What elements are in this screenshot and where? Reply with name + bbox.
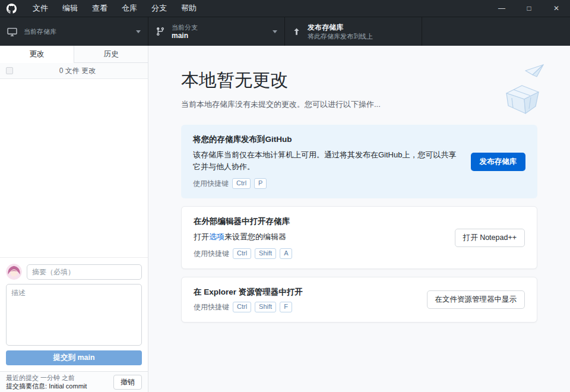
sidebar-tabs: 更改 历史 (0, 46, 148, 63)
kbd-key: Ctrl (232, 178, 251, 189)
page-subtitle: 当前本地存储库没有未提交的更改。您可以进行以下操作... (181, 99, 537, 110)
changed-files-list[interactable] (0, 79, 148, 257)
menu-file[interactable]: 文件 (26, 0, 55, 17)
open-notepad-button[interactable]: 打开 Notepad++ (455, 229, 525, 247)
maximize-button[interactable]: □ (515, 0, 543, 17)
recent-commit-footer: 最近的提交 一分钟 之前 提交摘要信息: Initial commit 撤销 (0, 371, 148, 392)
menu-help[interactable]: 帮助 (174, 0, 204, 17)
current-repository-dropdown[interactable]: 当前存储库 (0, 17, 148, 46)
menu-view[interactable]: 查看 (85, 0, 115, 17)
toolbar: 当前存储库 当前分支 main 发布存储库 (0, 17, 570, 46)
github-logo-icon (5, 2, 17, 14)
menu-branch[interactable]: 分支 (144, 0, 174, 17)
upload-arrow-icon (292, 27, 301, 36)
show-in-explorer-button[interactable]: 在文件资源管理器中显示 (427, 290, 525, 309)
commit-form: 提交到 main (0, 257, 148, 371)
current-branch-value: main (172, 31, 198, 40)
undo-button[interactable]: 撤销 (113, 375, 142, 390)
external-editor-card-title: 在外部编辑器中打开存储库 (194, 216, 444, 227)
kbd-key: Shift (255, 302, 276, 312)
explorer-card-title: 在 Explorer 资源管理器中打开 (194, 287, 416, 298)
explorer-card: 在 Explorer 资源管理器中打开 使用快捷键 Ctrl Shift F 在… (181, 277, 537, 323)
paper-plane-illustration (491, 62, 547, 124)
chevron-down-icon (136, 30, 141, 33)
commit-summary-line: 提交摘要信息: Initial commit (6, 382, 113, 390)
publish-card-body: 该存储库当前仅在本地计算机上可用。通过将其发布在GitHub上，您可以共享它并与… (193, 149, 457, 173)
kbd-key: Ctrl (233, 248, 251, 259)
github-desktop-window: 文件 编辑 查看 仓库 分支 帮助 — □ ✕ 当前存储库 (0, 0, 570, 392)
main-panel: 本地暂无更改 当前本地存储库没有未提交的更改。您可以进行以下操作... 将您的存… (148, 46, 570, 392)
page-title: 本地暂无更改 (181, 68, 537, 93)
close-button[interactable]: ✕ (543, 0, 570, 17)
publish-card-shortcut: 使用快捷键 Ctrl P (193, 178, 460, 189)
select-all-checkbox[interactable] (6, 67, 13, 74)
current-branch-label: 当前分支 (172, 23, 198, 31)
publish-repository-title: 发布存储库 (308, 23, 373, 32)
changes-header: 0 文件 更改 (0, 63, 148, 79)
commit-description-textarea[interactable] (6, 284, 142, 346)
kbd-key: F (280, 302, 292, 312)
tab-history[interactable]: 历史 (74, 46, 148, 63)
options-link[interactable]: 选项 (209, 232, 224, 241)
external-editor-card-shortcut: 使用快捷键 Ctrl Shift A (194, 248, 444, 259)
sidebar: 更改 历史 0 文件 更改 提交到 main (0, 46, 148, 392)
window-controls: — □ ✕ (488, 0, 570, 17)
minimize-button[interactable]: — (488, 0, 515, 17)
publish-card: 将您的存储库发布到GitHub 该存储库当前仅在本地计算机上可用。通过将其发布在… (181, 125, 537, 198)
explorer-card-shortcut: 使用快捷键 Ctrl Shift F (194, 302, 416, 312)
publish-repository-button[interactable]: 发布存储库 (471, 153, 526, 171)
chevron-down-icon (273, 30, 277, 33)
git-branch-icon (156, 27, 165, 36)
user-avatar (6, 264, 22, 280)
monitor-icon (7, 27, 17, 37)
commit-to-main-button[interactable]: 提交到 main (6, 350, 142, 365)
kbd-key: P (254, 178, 267, 189)
external-editor-card: 在外部编辑器中打开存储库 打开选项来设置您的编辑器 使用快捷键 Ctrl Shi… (181, 206, 537, 269)
content: 更改 历史 0 文件 更改 提交到 main (0, 46, 570, 392)
tab-changes[interactable]: 更改 (0, 46, 74, 63)
current-branch-dropdown[interactable]: 当前分支 main (148, 17, 285, 46)
menu-edit[interactable]: 编辑 (55, 0, 85, 17)
recent-commit-line: 最近的提交 一分钟 之前 (6, 374, 113, 382)
kbd-key: Ctrl (233, 302, 251, 312)
publish-repository-toolbar-button[interactable]: 发布存储库 将此存储库发布到线上 (285, 17, 422, 46)
titlebar: 文件 编辑 查看 仓库 分支 帮助 — □ ✕ (0, 0, 570, 17)
current-repository-label: 当前存储库 (24, 27, 56, 36)
changes-count-label: 0 文件 更改 (13, 66, 142, 76)
kbd-key: A (280, 248, 292, 259)
publish-card-title: 将您的存储库发布到GitHub (193, 134, 460, 145)
commit-summary-input[interactable] (27, 264, 142, 280)
external-editor-card-body: 打开选项来设置您的编辑器 (194, 231, 444, 243)
publish-repository-subtitle: 将此存储库发布到线上 (308, 32, 373, 40)
kbd-key: Shift (255, 248, 276, 259)
menu-bar: 文件 编辑 查看 仓库 分支 帮助 (26, 0, 204, 17)
menu-repository[interactable]: 仓库 (115, 0, 144, 17)
